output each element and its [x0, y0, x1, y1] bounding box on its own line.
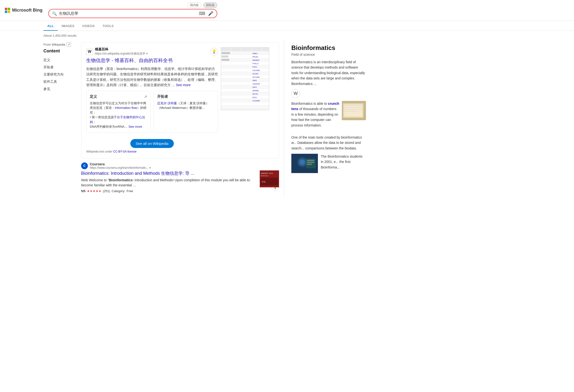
right-image-section: The Bioinformatics students in 2001, e..…	[291, 154, 366, 173]
results-count: About 1,450,000 results	[0, 32, 574, 39]
crunch-text-after: of thousands of numbers in a few minutes…	[291, 107, 338, 127]
coursera-thumbnail: 生物信息学: 方法与 Bioinformatics 方法	[260, 170, 279, 187]
svg-rect-13	[221, 75, 269, 78]
pioneer-card-title: 开拓者	[157, 94, 214, 99]
coursera-url: https://www.coursera.org/learn/bioinform…	[90, 166, 151, 169]
cc-link[interactable]: CC-BY-SA license	[113, 150, 136, 153]
from-wikipedia-label: From Wikipedia ↗	[43, 42, 77, 47]
svg-rect-15	[221, 82, 269, 85]
svg-rect-48	[344, 104, 362, 117]
expand-definition-icon[interactable]: ↗	[144, 94, 147, 99]
svg-rect-19	[221, 96, 269, 99]
pioneer-link[interactable]: 迈克尔·沃特曼	[157, 101, 177, 105]
svg-rect-4	[251, 47, 261, 51]
pioneer-inner-card: 开拓者 迈克尔·沃特曼（又译：麦克·沃特曼）（Michael Waterman）…	[154, 91, 218, 133]
svg-rect-24	[222, 56, 228, 58]
right-lab-image	[291, 154, 318, 173]
sidebar-item-research[interactable]: 主要研究方向	[43, 71, 77, 78]
coursera-source: C Coursera https://www.coursera.org/lear…	[81, 162, 279, 169]
wikipedia-url-text: https://zh.wikipedia.org/wiki/生物信息学	[95, 52, 145, 56]
coursera-result-title[interactable]: Bioinformatics: Introduction and Methods…	[81, 170, 257, 176]
coursera-name: Coursera	[90, 162, 151, 166]
coursera-source-info: Coursera https://www.coursera.org/learn/…	[90, 162, 151, 169]
bing-logo-icon	[5, 8, 10, 13]
wikipedia-inner-cards: ↗ 定义 生物信息学可以定义为对分子生物学中两类信息流（英语：Informati…	[86, 91, 218, 133]
definition-inner-card: ↗ 定义 生物信息学可以定义为对分子生物学中两类信息流（英语：Informati…	[86, 91, 151, 133]
right-bottom-text: One of the main tools created by bioinfo…	[291, 135, 366, 151]
wikipedia-result-title[interactable]: 生物信息学 - 维基百科、自由的百科全书	[86, 57, 218, 64]
svg-rect-3	[241, 47, 251, 51]
header: Microsoft Bing 国内版 国际版 🔍 ⌨ 🎤	[0, 0, 574, 21]
info-flow-link[interactable]: Information flow	[115, 106, 137, 110]
wikipedia-see-more[interactable]: See more	[176, 83, 191, 87]
right-book-image	[342, 101, 366, 120]
domestic-tab[interactable]: 国内版	[187, 2, 201, 8]
pioneer-card-text: 迈克尔·沃特曼（又译：麦克·沃特曼）（Michael Waterman）教授亦被…	[157, 101, 214, 110]
wikipedia-url: https://zh.wikipedia.org/wiki/生物信息学 ▾	[95, 52, 148, 56]
lightbulb-button[interactable]: 💡	[210, 48, 218, 56]
rating-count: (251)	[103, 189, 110, 193]
logo-text: Microsoft Bing	[12, 8, 42, 13]
svg-text:ZBTB33: ZBTB33	[252, 90, 259, 91]
tab-tools[interactable]: TOOLS	[99, 22, 117, 31]
svg-rect-12	[221, 72, 269, 75]
microphone-icon[interactable]: 🎤	[208, 11, 213, 16]
svg-rect-14	[221, 79, 269, 82]
svg-rect-20	[221, 99, 269, 102]
svg-text:PHCA2: PHCA2	[252, 56, 258, 58]
wikipedia-card-inner: W 维基百科 https://zh.wikipedia.org/wiki/生物信…	[86, 47, 274, 153]
coursera-snippet-bold: Bioinformatics:	[109, 178, 134, 182]
svg-text:ELK4: ELK4	[252, 97, 257, 98]
sidebar-item-seealso[interactable]: 参见	[43, 85, 77, 93]
svg-text:ZNF6: ZNF6	[252, 80, 257, 81]
url-dropdown-icon[interactable]: ▾	[146, 52, 148, 55]
definition-see-more[interactable]: See more	[128, 125, 142, 128]
wikipedia-result-card: W 维基百科 https://zh.wikipedia.org/wiki/生物信…	[81, 42, 279, 158]
wikipedia-image-section: ASB11 PHCA2 MAGER1 PTHL17 PHF3 LOC1699 N…	[221, 47, 274, 153]
svg-text:LOC1699: LOC1699	[252, 69, 260, 71]
right-panel: Bioinformatics Field of science Bioinfor…	[284, 39, 366, 197]
coursera-url-text: https://www.coursera.org/learn/bioinform…	[90, 166, 148, 169]
search-input[interactable]	[59, 11, 197, 16]
wikipedia-card-main: W 维基百科 https://zh.wikipedia.org/wiki/生物信…	[86, 47, 218, 153]
svg-text:方法: 方法	[262, 181, 266, 183]
external-link-icon[interactable]: ↗	[67, 42, 71, 47]
rating-stars: ★★★★★	[87, 189, 101, 193]
category-value: Free	[127, 189, 133, 193]
tab-images[interactable]: IMAGES	[58, 22, 79, 31]
right-panel-description: Bioinformatics is an interdisciplinary f…	[291, 59, 366, 86]
svg-rect-10	[221, 65, 269, 68]
search-icon: 🔍	[52, 11, 57, 16]
sidebar-item-tools[interactable]: 软件工具	[43, 78, 77, 85]
search-actions: ⌨ 🎤	[199, 11, 213, 16]
svg-text:MAGER1: MAGER1	[252, 59, 260, 61]
keyboard-icon[interactable]: ⌨	[199, 11, 205, 16]
svg-rect-5	[262, 47, 269, 51]
svg-rect-18	[221, 92, 269, 95]
coursera-result: C Coursera https://www.coursera.org/lear…	[81, 162, 279, 193]
svg-text:NXF2: NXF2	[252, 86, 257, 88]
search-box: 🔍 ⌨ 🎤	[48, 9, 217, 18]
sidebar-item-definition[interactable]: 定义	[43, 57, 77, 64]
svg-text:PHF3: PHF3	[252, 66, 257, 68]
tab-all[interactable]: ALL	[43, 22, 58, 31]
coursera-result-row: Bioinformatics: Introduction and Methods…	[81, 170, 279, 193]
sidebar-content-title: Content	[43, 48, 77, 54]
right-panel-title: Bioinformatics	[291, 44, 366, 52]
search-bar-area: 国内版 国际版 🔍 ⌨ 🎤	[48, 2, 217, 18]
coursera-url-dropdown[interactable]: ▾	[149, 166, 151, 169]
svg-text:生物信息学: 方法与: 生物信息学: 方法与	[261, 172, 273, 174]
sidebar-item-pioneers[interactable]: 开拓者	[43, 64, 77, 71]
see-all-wikipedia-button[interactable]: See all on Wikipedia	[130, 139, 174, 148]
svg-rect-58	[307, 162, 314, 163]
svg-text:Bioinformatics: Bioinformatics	[261, 175, 268, 176]
tab-videos[interactable]: VIDEOS	[78, 22, 99, 31]
international-tab[interactable]: 国际版	[203, 2, 217, 8]
svg-text:SLC16A2: SLC16A2	[252, 76, 260, 78]
svg-rect-2	[231, 47, 241, 51]
cc-text: Wikipedia text under	[86, 150, 112, 153]
coursera-icon: C	[81, 163, 88, 169]
svg-rect-17	[221, 89, 269, 92]
central-dogma-link[interactable]: 分子生物学的中心法则	[90, 115, 145, 124]
svg-text:CAZZA1P: CAZZA1P	[252, 83, 260, 85]
